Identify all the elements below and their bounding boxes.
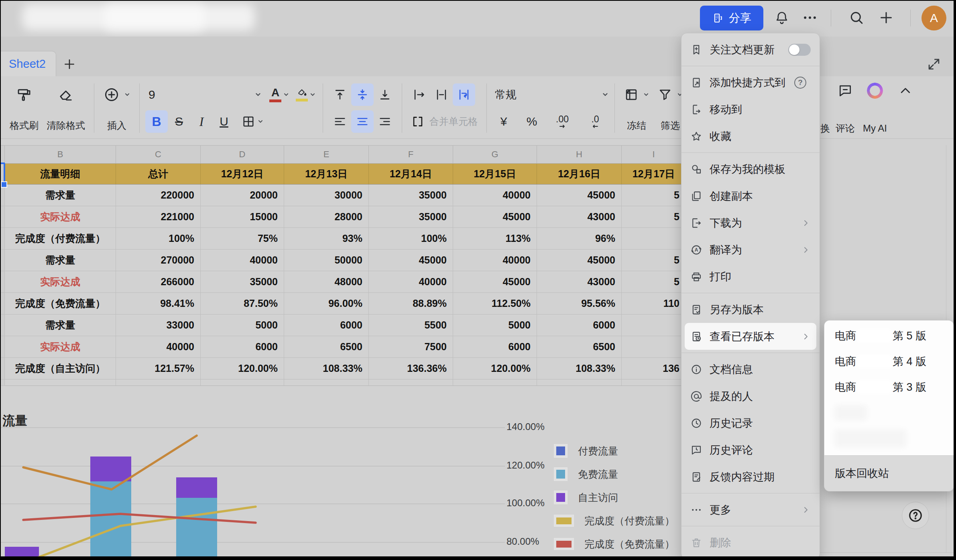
- version-recycle-bin-item[interactable]: 版本回收站: [824, 455, 954, 491]
- column-header-D[interactable]: D: [201, 145, 284, 164]
- menu-item-14[interactable]: 历史评论: [681, 436, 820, 463]
- legend-item[interactable]: 完成度（付费流量）: [554, 509, 675, 532]
- table-cell[interactable]: 5500: [369, 314, 453, 336]
- table-cell[interactable]: 45000: [369, 250, 453, 271]
- table-cell[interactable]: 45000: [537, 185, 622, 206]
- menu-item-0[interactable]: 关注文档更新: [681, 36, 820, 63]
- my-ai-button[interactable]: My AI: [859, 76, 891, 139]
- table-cell[interactable]: [622, 314, 686, 336]
- comment-button[interactable]: 评论: [832, 76, 859, 139]
- table-cell[interactable]: 12月17日: [622, 164, 686, 185]
- font-color-button[interactable]: A: [268, 83, 291, 106]
- table-cell[interactable]: [537, 379, 622, 386]
- collapse-toolbar-button[interactable]: [891, 76, 920, 139]
- table-cell[interactable]: 40000: [369, 271, 453, 293]
- table-cell[interactable]: [201, 379, 284, 386]
- table-cell[interactable]: 48000: [284, 271, 369, 293]
- legend-item[interactable]: 付费流量: [554, 439, 675, 463]
- table-cell[interactable]: 75%: [201, 228, 284, 250]
- halign-left-button[interactable]: [329, 110, 351, 133]
- table-cell[interactable]: 5000: [453, 314, 537, 336]
- menu-item-12[interactable]: 提及的人: [681, 383, 820, 410]
- table-cell[interactable]: 40000: [453, 250, 537, 271]
- version-item[interactable]: 电商第 3 版: [824, 374, 954, 400]
- menu-item-8[interactable]: 打印: [681, 263, 820, 290]
- table-cell[interactable]: 35000: [369, 206, 453, 228]
- table-cell[interactable]: 35000: [201, 271, 284, 293]
- share-button[interactable]: 分享: [700, 6, 763, 30]
- menu-item-2[interactable]: 移动到: [681, 96, 820, 123]
- column-header-G[interactable]: G: [453, 145, 537, 164]
- table-cell[interactable]: 45000: [453, 271, 537, 293]
- table-cell[interactable]: 40000: [116, 336, 201, 358]
- valign-top-button[interactable]: [329, 83, 351, 106]
- bold-button[interactable]: B: [145, 110, 168, 133]
- legend-item[interactable]: 完成度（免费流量）: [554, 532, 675, 556]
- table-cell[interactable]: 6500: [284, 336, 369, 358]
- table-cell[interactable]: 120.00%: [453, 358, 537, 379]
- table-cell[interactable]: 30000: [284, 185, 369, 206]
- table-cell[interactable]: 完成度（免费流量）: [5, 293, 116, 314]
- legend-item[interactable]: 自主访问: [554, 486, 675, 509]
- table-cell[interactable]: 220000: [116, 185, 201, 206]
- menu-item-15[interactable]: 反馈内容过期: [681, 463, 820, 490]
- table-cell[interactable]: 12月13日: [284, 164, 369, 185]
- version-item[interactable]: 电商第 5 版: [824, 323, 954, 349]
- column-header-E[interactable]: E: [284, 145, 369, 164]
- table-cell[interactable]: 需求量: [5, 314, 116, 336]
- table-cell[interactable]: 121.57%: [116, 358, 201, 379]
- menu-item-1[interactable]: 添加快捷方式到?: [681, 69, 820, 96]
- traffic-chart[interactable]: [0, 401, 506, 560]
- table-cell[interactable]: 112.50%: [453, 293, 537, 314]
- table-cell[interactable]: [5, 379, 116, 386]
- table-cell[interactable]: 需求量: [5, 250, 116, 271]
- halign-center-button[interactable]: [351, 110, 374, 133]
- table-cell[interactable]: [622, 228, 686, 250]
- table-cell[interactable]: [284, 379, 369, 386]
- percent-button[interactable]: %: [521, 110, 543, 133]
- table-cell[interactable]: 12月16日: [537, 164, 622, 185]
- more-actions-button[interactable]: [801, 9, 819, 26]
- table-cell[interactable]: 96.00%: [284, 293, 369, 314]
- column-header-F[interactable]: F: [369, 145, 453, 164]
- menu-item-7[interactable]: A翻译为: [681, 236, 820, 263]
- table-cell[interactable]: 5: [622, 206, 686, 228]
- table-cell[interactable]: [622, 336, 686, 358]
- table-cell[interactable]: 28000: [284, 206, 369, 228]
- clear-format-button[interactable]: 清除格式: [43, 80, 89, 136]
- table-cell[interactable]: [453, 379, 537, 386]
- table-cell[interactable]: 5000: [201, 314, 284, 336]
- follow-updates-toggle[interactable]: [788, 44, 811, 56]
- table-cell[interactable]: 43000: [537, 271, 622, 293]
- underline-button[interactable]: U: [213, 110, 235, 133]
- font-size-select[interactable]: 9: [145, 88, 262, 101]
- text-clip-button[interactable]: [430, 83, 453, 106]
- text-overflow-button[interactable]: [408, 83, 430, 106]
- halign-right-button[interactable]: [374, 110, 396, 133]
- format-painter-button[interactable]: 格式刷: [6, 80, 43, 136]
- menu-item-10[interactable]: 查看已存版本: [685, 323, 816, 350]
- table-cell[interactable]: 20000: [201, 185, 284, 206]
- table-cell[interactable]: 95.56%: [537, 293, 622, 314]
- menu-item-9[interactable]: 另存为版本: [681, 296, 820, 323]
- menu-item-13[interactable]: 历史记录: [681, 410, 820, 436]
- table-cell[interactable]: 12月12日: [201, 164, 284, 185]
- horizontal-scrollbar-track[interactable]: [820, 552, 956, 553]
- table-cell[interactable]: 需求量: [5, 185, 116, 206]
- avatar[interactable]: A: [921, 6, 946, 30]
- table-cell[interactable]: 实际达成: [5, 271, 116, 293]
- table-cell[interactable]: 5: [622, 185, 686, 206]
- valign-bottom-button[interactable]: [374, 83, 396, 106]
- table-cell[interactable]: 40000: [201, 250, 284, 271]
- freeze-button[interactable]: 冻结: [620, 80, 653, 136]
- table-cell[interactable]: 实际达成: [5, 336, 116, 358]
- table-cell[interactable]: 7500: [369, 336, 453, 358]
- table-cell[interactable]: 266000: [116, 271, 201, 293]
- table-cell[interactable]: 136.36%: [369, 358, 453, 379]
- version-item-blurred[interactable]: [824, 400, 954, 426]
- column-header-B[interactable]: B: [5, 145, 116, 164]
- table-cell[interactable]: 110: [622, 293, 686, 314]
- italic-button[interactable]: I: [190, 110, 213, 133]
- table-cell[interactable]: 45000: [537, 250, 622, 271]
- table-cell[interactable]: [369, 379, 453, 386]
